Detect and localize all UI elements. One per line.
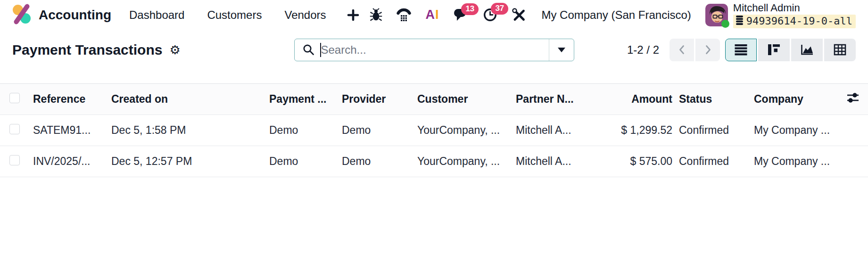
cell-provider[interactable]: Demo bbox=[338, 146, 413, 177]
column-header-amount[interactable]: Amount bbox=[592, 84, 675, 115]
company-switcher[interactable]: My Company (San Francisco) bbox=[541, 8, 691, 22]
cell-partner[interactable]: Mitchell A... bbox=[512, 146, 592, 177]
cell-company[interactable]: My Company ... bbox=[750, 115, 837, 146]
voip-phone-icon[interactable] bbox=[397, 8, 411, 22]
search-icon bbox=[295, 43, 320, 56]
nav-menu: Dashboard Customers Vendors bbox=[129, 8, 326, 22]
cell-payment[interactable]: Demo bbox=[265, 115, 338, 146]
column-header-company[interactable]: Company bbox=[750, 84, 837, 115]
bug-icon[interactable] bbox=[370, 8, 382, 22]
table-row[interactable]: INV/2025/... Dec 5, 12:57 PM Demo Demo Y… bbox=[0, 146, 868, 177]
app-name: Accounting bbox=[39, 8, 111, 23]
pager-buttons bbox=[670, 39, 720, 61]
column-header-payment[interactable]: Payment ... bbox=[265, 84, 338, 115]
view-switcher bbox=[725, 39, 856, 61]
column-header-status[interactable]: Status bbox=[675, 84, 750, 115]
search-dropdown-toggle[interactable] bbox=[549, 39, 574, 61]
control-panel: Payment Transactions ⚙ 1-2 / 2 bbox=[0, 30, 868, 69]
right-controls: 1-2 / 2 bbox=[574, 39, 856, 61]
breadcrumb: Payment Transactions ⚙ bbox=[12, 42, 294, 58]
user-menu[interactable]: Mitchell Admin 94939614-19-0-all bbox=[705, 2, 856, 28]
cell-reference[interactable]: INV/2025/... bbox=[29, 146, 107, 177]
cell-amount[interactable]: $ 575.00 bbox=[592, 146, 675, 177]
odoo-logo-icon bbox=[11, 4, 32, 26]
view-list-button[interactable] bbox=[725, 39, 757, 61]
cell-status[interactable]: Confirmed bbox=[675, 146, 750, 177]
transactions-table: Reference Created on Payment ... Provide… bbox=[0, 83, 868, 177]
cell-provider[interactable]: Demo bbox=[338, 115, 413, 146]
column-header-created-on[interactable]: Created on bbox=[107, 84, 265, 115]
plus-icon[interactable] bbox=[347, 9, 359, 21]
database-icon bbox=[736, 15, 744, 27]
messages-icon[interactable]: 13 bbox=[453, 8, 469, 22]
optional-columns-icon[interactable] bbox=[845, 91, 860, 104]
cell-status[interactable]: Confirmed bbox=[675, 115, 750, 146]
cell-reference[interactable]: SATEM91... bbox=[29, 115, 107, 146]
avatar bbox=[705, 4, 728, 26]
column-header-customer[interactable]: Customer bbox=[413, 84, 512, 115]
gear-icon[interactable]: ⚙ bbox=[169, 44, 180, 56]
column-header-reference[interactable]: Reference bbox=[29, 84, 107, 115]
tools-icon[interactable] bbox=[512, 8, 526, 22]
chevron-down-icon bbox=[558, 48, 565, 52]
row-checkbox[interactable] bbox=[9, 124, 20, 134]
pager-next-button[interactable] bbox=[695, 39, 720, 61]
apps-menu-button[interactable]: Accounting bbox=[11, 4, 111, 26]
cell-created-on[interactable]: Dec 5, 1:58 PM bbox=[107, 115, 265, 146]
column-header-partner[interactable]: Partner N... bbox=[512, 84, 592, 115]
view-graph-button[interactable] bbox=[791, 39, 823, 61]
cell-partner[interactable]: Mitchell A... bbox=[512, 115, 592, 146]
kanban-view-icon bbox=[768, 44, 780, 56]
nav-item-customers[interactable]: Customers bbox=[207, 8, 262, 22]
graph-view-icon bbox=[801, 44, 813, 56]
online-status-dot bbox=[721, 20, 729, 28]
nav-item-dashboard[interactable]: Dashboard bbox=[129, 8, 184, 22]
activities-clock-icon[interactable]: 37 bbox=[483, 8, 497, 22]
pager-range[interactable]: 1-2 / 2 bbox=[627, 43, 659, 57]
top-navbar: Accounting Dashboard Customers Vendors bbox=[0, 0, 868, 30]
select-all-checkbox[interactable] bbox=[9, 93, 20, 103]
messages-badge: 13 bbox=[461, 3, 479, 15]
database-badge: 94939614-19-0-all bbox=[733, 15, 856, 28]
search-input[interactable] bbox=[321, 39, 549, 61]
cell-created-on[interactable]: Dec 5, 12:57 PM bbox=[107, 146, 265, 177]
row-checkbox[interactable] bbox=[9, 155, 20, 165]
cell-payment[interactable]: Demo bbox=[265, 146, 338, 177]
table-row[interactable]: SATEM91... Dec 5, 1:58 PM Demo Demo Your… bbox=[0, 115, 868, 146]
list-view-icon bbox=[735, 44, 747, 56]
systray: AI 13 37 bbox=[370, 2, 856, 28]
view-kanban-button[interactable] bbox=[758, 39, 790, 61]
user-meta: Mitchell Admin 94939614-19-0-all bbox=[733, 2, 856, 28]
column-header-provider[interactable]: Provider bbox=[338, 84, 413, 115]
pager-previous-button[interactable] bbox=[670, 39, 694, 61]
nav-item-vendors[interactable]: Vendors bbox=[284, 8, 326, 22]
cell-customer[interactable]: YourCompany, ... bbox=[413, 146, 512, 177]
user-name: Mitchell Admin bbox=[733, 2, 800, 14]
database-name: 94939614-19-0-all bbox=[746, 15, 852, 27]
search-bar bbox=[294, 39, 574, 61]
table-header-row: Reference Created on Payment ... Provide… bbox=[0, 84, 868, 115]
page-title: Payment Transactions bbox=[12, 42, 162, 58]
cell-customer[interactable]: YourCompany, ... bbox=[413, 115, 512, 146]
view-pivot-button[interactable] bbox=[824, 39, 856, 61]
ai-icon[interactable]: AI bbox=[425, 8, 439, 22]
activities-badge: 37 bbox=[491, 3, 508, 14]
cell-amount[interactable]: $ 1,299.52 bbox=[592, 115, 675, 146]
app-window: Accounting Dashboard Customers Vendors bbox=[0, 0, 868, 254]
cell-company[interactable]: My Company ... bbox=[750, 146, 837, 177]
pivot-view-icon bbox=[834, 44, 846, 56]
